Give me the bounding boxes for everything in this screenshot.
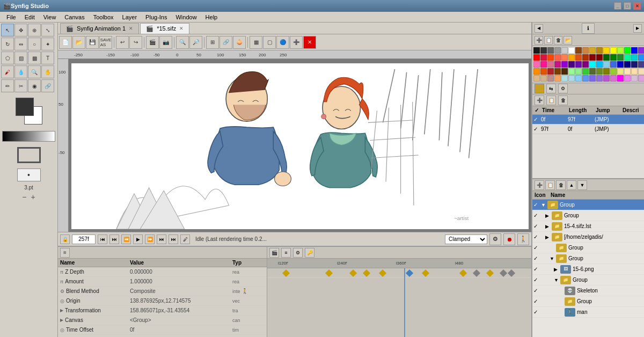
prop-amount[interactable]: π Amount 1.000000 rea: [58, 277, 267, 287]
diamond-8[interactable]: [486, 269, 494, 277]
swatch-hotpink[interactable]: [533, 61, 540, 68]
swatch-medslateblue[interactable]: [589, 75, 596, 82]
swatch-white[interactable]: [568, 47, 575, 54]
menu-help[interactable]: Help: [201, 13, 222, 21]
swatch-mediumpurple[interactable]: [596, 75, 603, 82]
swatch-springgreen[interactable]: [624, 54, 631, 61]
swatch-medorchid[interactable]: [603, 75, 610, 82]
layer-dn-btn[interactable]: ▼: [577, 180, 587, 190]
menu-toolbox[interactable]: Toolbox: [89, 13, 118, 21]
diamond-2[interactable]: [325, 269, 333, 277]
layer-row-group-main[interactable]: ✓ ▼ 📁 Group: [532, 200, 644, 210]
swatch-powderblue[interactable]: [561, 75, 568, 82]
maximize-button[interactable]: □: [624, 2, 631, 10]
wp-row-1[interactable]: ✓ 0f 97f (JMP): [532, 115, 644, 124]
palette-copy-btn[interactable]: 📋: [544, 36, 553, 45]
new-btn[interactable]: 📄: [59, 36, 72, 49]
swatch-olivedrab[interactable]: [596, 68, 603, 75]
diamond-7[interactable]: [459, 269, 467, 277]
tab-animation1[interactable]: 🎬 Synfig Animation 1 ✕: [60, 23, 139, 34]
swatch-gray[interactable]: [547, 47, 554, 54]
tab-15sifz[interactable]: 🎬 *15.sifz ✕: [140, 23, 189, 34]
circle-tool[interactable]: ○: [28, 38, 41, 50]
polygon-tool[interactable]: ⬠: [1, 52, 14, 64]
layer-row-group6[interactable]: ✓ 📁 Group: [532, 296, 644, 307]
swatch-moccasin[interactable]: [624, 68, 631, 75]
add-waypoint-btn[interactable]: ➕: [290, 36, 303, 49]
save-as-btn[interactable]: SAVEAS: [99, 36, 112, 49]
scroll-tool[interactable]: ✋: [41, 65, 54, 78]
layer-row-png[interactable]: ✓ ▶ 🖼 15-6.png: [532, 264, 644, 275]
decrease-pt-btn[interactable]: −: [22, 193, 26, 201]
zoom-out-btn[interactable]: 🔎: [189, 36, 202, 49]
swatch-darkolive[interactable]: [589, 68, 596, 75]
swatch-orangered[interactable]: [547, 54, 554, 61]
wp-jump-2[interactable]: (JMP): [595, 126, 621, 132]
prop-blend[interactable]: ⚙ Blend Method Composite inte 🚶: [58, 287, 267, 296]
wp-row-2[interactable]: ✓ 97f 0f (JMP): [532, 124, 644, 134]
redo-btn[interactable]: ↪: [129, 36, 142, 49]
swatch-gold[interactable]: [603, 47, 610, 54]
render-settings-btn[interactable]: 📷: [159, 36, 172, 49]
walk-btn[interactable]: 🚶: [517, 233, 529, 245]
prop-timeoffset[interactable]: ◎ Time Offset 0f tim: [58, 325, 267, 335]
gradient-bar[interactable]: [2, 131, 55, 142]
swatch-limegreen[interactable]: [582, 68, 589, 75]
swatch-paleviolet[interactable]: [547, 61, 554, 68]
wp-add-btn[interactable]: ➕: [535, 96, 544, 105]
lock-btn[interactable]: 🔒: [60, 235, 70, 244]
link-tool[interactable]: 🔗: [41, 79, 54, 92]
swatch-crimson[interactable]: [540, 54, 547, 61]
layer-expand-6[interactable]: ▼: [550, 256, 556, 261]
diamond-1[interactable]: [282, 269, 290, 277]
swatch-violet2[interactable]: [624, 75, 631, 82]
swatch-magenta[interactable]: [617, 75, 624, 82]
swatch-palegreen[interactable]: [568, 68, 575, 75]
show-bounds-btn[interactable]: ▢: [263, 36, 276, 49]
add-keyframe-btn[interactable]: 🖊: [180, 235, 190, 244]
swatch-deeppink[interactable]: [540, 61, 547, 68]
swatch-lightgreen[interactable]: [575, 68, 582, 75]
last-frame-btn[interactable]: ⏭: [169, 235, 178, 244]
swatch-goldenrod[interactable]: [589, 47, 596, 54]
timeline-anim-btn[interactable]: 🎬: [269, 248, 279, 258]
diamond-g1[interactable]: [473, 269, 480, 277]
palette-add-btn[interactable]: ➕: [535, 36, 543, 45]
swatch-dodgerblue[interactable]: [638, 54, 644, 61]
swatch-dgolden[interactable]: [596, 47, 603, 54]
layer-row-group4[interactable]: ✓ ▼ 📁 Group: [532, 253, 644, 264]
timeline-content[interactable]: [267, 268, 531, 337]
swatch-red[interactable]: [533, 54, 540, 61]
text-tool[interactable]: T: [41, 52, 54, 64]
swatch-greenyellow[interactable]: [617, 47, 624, 54]
swatch-navajowhite[interactable]: [631, 68, 638, 75]
layer-row-group2[interactable]: ✓ ▶ 📁 Group: [532, 210, 644, 221]
color-selector[interactable]: [16, 98, 42, 124]
swatch-brick[interactable]: [582, 54, 589, 61]
smooth-move-tool[interactable]: ⊕: [28, 24, 41, 36]
gradient-tool[interactable]: ▨: [14, 52, 27, 64]
layer-del-btn[interactable]: 🗑: [556, 180, 566, 190]
palette-load-btn[interactable]: 📂: [564, 36, 572, 45]
swatch-dark[interactable]: [540, 47, 547, 54]
fill-tool[interactable]: 🖌: [1, 65, 14, 78]
zoom-in-btn[interactable]: 🔍: [176, 36, 189, 49]
settings-btn[interactable]: ✕: [303, 36, 316, 49]
prev-frame-btn[interactable]: ⏪: [121, 235, 131, 244]
save-btn[interactable]: 💾: [86, 36, 99, 49]
swatch-tan[interactable]: [540, 75, 547, 82]
swatch-silver[interactable]: [561, 47, 568, 54]
swatch-violet[interactable]: [638, 47, 644, 54]
palette-settings-btn[interactable]: ⚙: [558, 84, 568, 93]
menu-layer[interactable]: Layer: [118, 13, 142, 21]
menu-view[interactable]: View: [39, 13, 61, 21]
swatch-deepskyblue[interactable]: [596, 61, 603, 68]
swatch-tomato[interactable]: [554, 54, 561, 61]
mirror-tool[interactable]: ⇔: [14, 38, 27, 50]
diamond-3[interactable]: [349, 269, 357, 277]
prop-canvas[interactable]: ▶ Canvas <Group> can: [58, 316, 267, 325]
swatch-chocolatebrown[interactable]: [554, 68, 561, 75]
layer-expand-8[interactable]: ▼: [554, 277, 560, 283]
swatch-darkred[interactable]: [589, 54, 596, 61]
checker-tool[interactable]: ▩: [28, 52, 41, 64]
